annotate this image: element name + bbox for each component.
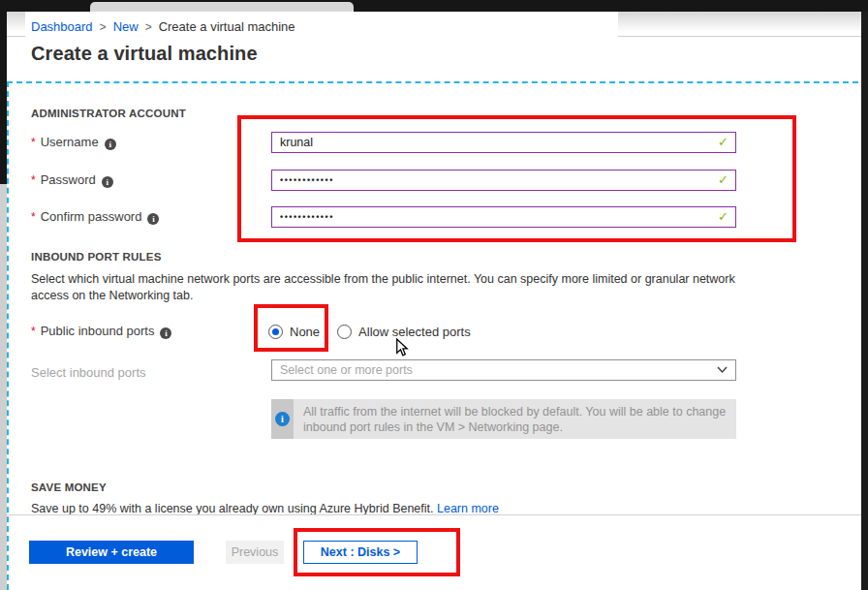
- selection-dashed-border-top: [7, 81, 868, 83]
- right-edge-strip: [861, 0, 868, 590]
- info-message-line2: inbound port rules in the VM > Networkin…: [303, 419, 736, 435]
- radio-none[interactable]: [268, 325, 283, 339]
- mouse-cursor: [395, 338, 409, 357]
- password-label: *Passwordi: [31, 170, 113, 191]
- breadcrumb-dashboard-link[interactable]: Dashboard: [31, 19, 93, 34]
- info-icon-blue: i: [275, 412, 290, 426]
- previous-button[interactable]: Previous: [226, 541, 284, 564]
- radio-allow-selected-ports[interactable]: [337, 325, 352, 339]
- breadcrumb-new-link[interactable]: New: [113, 19, 139, 34]
- valid-check-icon: ✓: [718, 206, 728, 228]
- breadcrumb-current: Create a virtual machine: [159, 19, 295, 34]
- selection-dashed-border-left: [7, 81, 9, 590]
- review-create-button[interactable]: Review + create: [29, 541, 194, 564]
- section-header-administrator-account: ADMINISTRATOR ACCOUNT: [31, 108, 186, 119]
- dropdown-placeholder: Select one or more ports: [272, 360, 735, 380]
- section-header-save-money: SAVE MONEY: [31, 481, 107, 493]
- info-message-line1: All traffic from the internet will be bl…: [303, 404, 736, 419]
- left-edge-strip: [0, 0, 7, 184]
- browser-top-bar: [0, 0, 868, 12]
- public-inbound-ports-radio-group: None Allow selected ports: [268, 321, 471, 342]
- confirm-password-input[interactable]: [271, 206, 736, 228]
- left-edge-strip-lower: [0, 184, 7, 590]
- username-input[interactable]: [271, 132, 736, 153]
- required-marker: *: [31, 325, 36, 338]
- username-row: *Usernamei ✓: [31, 132, 833, 153]
- next-disks-button[interactable]: Next : Disks >: [303, 541, 418, 564]
- password-input[interactable]: [271, 170, 736, 191]
- radio-allow-selected-ports-label[interactable]: Allow selected ports: [358, 325, 471, 339]
- public-inbound-ports-label: *Public inbound portsi: [31, 321, 171, 342]
- confirm-password-label: *Confirm passwordi: [31, 206, 159, 228]
- confirm-password-row: *Confirm passwordi ✓: [31, 206, 833, 228]
- azure-create-vm-page: Dashboard>New>Create a virtual machine C…: [0, 0, 868, 590]
- required-marker: *: [31, 136, 36, 149]
- info-icon[interactable]: i: [147, 213, 159, 225]
- radio-none-label[interactable]: None: [290, 325, 320, 339]
- info-icon[interactable]: i: [160, 327, 171, 339]
- select-inbound-ports-label: Select inbound ports: [31, 362, 146, 384]
- inbound-description-line2: access on the Networking tab.: [31, 289, 193, 302]
- username-label: *Usernamei: [31, 132, 116, 153]
- required-marker: *: [31, 210, 36, 224]
- select-inbound-ports-dropdown[interactable]: Select one or more ports: [271, 359, 736, 381]
- save-money-clipped-text: Save up to 49% with a license you alread…: [31, 502, 767, 515]
- valid-check-icon: ✓: [718, 170, 728, 191]
- valid-check-icon: ✓: [718, 132, 728, 153]
- footer-separator: [0, 514, 861, 515]
- info-icon[interactable]: i: [105, 139, 116, 150]
- info-icon[interactable]: i: [102, 176, 113, 188]
- section-header-inbound-port-rules: INBOUND PORT RULES: [31, 251, 162, 263]
- inbound-info-box: i All traffic from the internet will be …: [271, 399, 736, 439]
- breadcrumb: Dashboard>New>Create a virtual machine: [31, 19, 295, 34]
- browser-tab: [90, 2, 354, 12]
- inbound-description-line1: Select which virtual machine network por…: [31, 272, 735, 286]
- chevron-down-icon: [717, 366, 728, 374]
- required-marker: *: [31, 173, 36, 187]
- breadcrumb-separator: >: [145, 20, 152, 34]
- password-row: *Passwordi ✓: [31, 170, 833, 191]
- learn-more-link[interactable]: Learn more: [437, 502, 499, 515]
- breadcrumb-separator: >: [100, 20, 107, 34]
- save-money-text: Save up to 49% with a license you alread…: [31, 502, 437, 515]
- page-title: Create a virtual machine: [31, 43, 258, 65]
